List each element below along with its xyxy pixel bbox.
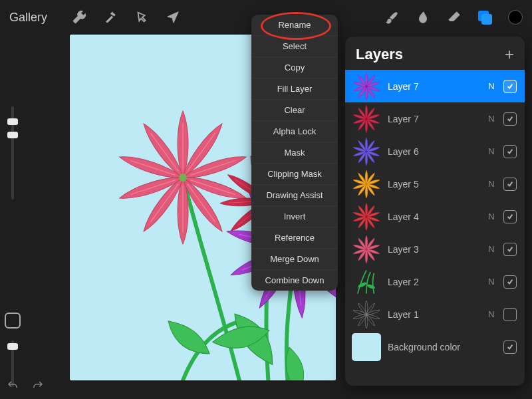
brush-size-slider[interactable]	[11, 106, 14, 200]
svg-point-0	[179, 174, 187, 182]
blend-mode-button[interactable]: N	[486, 244, 497, 254]
blend-mode-button[interactable]: N	[486, 211, 497, 221]
background-layer-row[interactable]: Background color	[345, 331, 525, 363]
wrench-icon[interactable]	[72, 10, 86, 25]
layers-panel: Layers + Layer 7 N Layer 7 N Layer 6 N	[345, 37, 525, 386]
background-label: Background color	[388, 342, 479, 352]
layer-thumbnail	[352, 170, 381, 198]
layer-thumbnail	[352, 72, 381, 100]
blend-mode-button[interactable]: N	[486, 114, 497, 124]
layer-thumbnail	[352, 268, 381, 296]
layer-name: Layer 4	[388, 211, 479, 222]
context-menu-item[interactable]: Drawing Assist	[251, 185, 338, 206]
visibility-checkbox[interactable]	[503, 308, 517, 321]
layer-row[interactable]: Layer 6 N	[345, 135, 525, 168]
svg-point-8	[365, 248, 368, 251]
blend-mode-button[interactable]: N	[486, 179, 497, 189]
layer-thumbnail	[352, 138, 381, 166]
svg-point-5	[365, 150, 368, 153]
layer-name: Layer 7	[388, 114, 479, 124]
context-menu-item[interactable]: Select	[251, 36, 338, 57]
svg-point-4	[365, 118, 368, 120]
visibility-checkbox[interactable]	[503, 80, 517, 93]
background-swatch	[352, 333, 381, 361]
layer-name: Layer 7	[388, 81, 479, 92]
svg-point-7	[365, 215, 368, 218]
blend-mode-button[interactable]: N	[486, 81, 497, 91]
visibility-checkbox[interactable]	[503, 210, 517, 223]
context-menu-item[interactable]: Merge Down	[251, 249, 338, 270]
layer-row[interactable]: Layer 1 N	[345, 298, 525, 331]
layer-row[interactable]: Layer 2 N	[345, 265, 525, 298]
visibility-checkbox[interactable]	[503, 340, 517, 354]
context-menu-item[interactable]: Clear	[251, 100, 338, 121]
context-menu-item[interactable]: Copy	[251, 57, 338, 78]
selection-icon[interactable]	[134, 10, 149, 25]
visibility-checkbox[interactable]	[503, 275, 517, 289]
layer-row[interactable]: Layer 3 N	[345, 233, 525, 265]
modify-square-icon[interactable]	[5, 313, 21, 329]
redo-icon[interactable]	[32, 380, 44, 394]
eraser-icon[interactable]	[447, 10, 462, 25]
svg-point-10	[366, 283, 375, 289]
layer-name: Layer 5	[388, 179, 479, 190]
context-menu-item[interactable]: Mask	[251, 142, 338, 164]
layer-thumbnail	[352, 235, 381, 263]
svg-point-6	[365, 183, 368, 186]
layer-row[interactable]: Layer 5 N	[345, 168, 525, 200]
add-layer-button[interactable]: +	[505, 47, 514, 63]
move-icon[interactable]	[166, 10, 180, 25]
layer-name: Layer 1	[388, 309, 479, 320]
layer-name: Layer 2	[388, 277, 479, 287]
color-chip[interactable]	[508, 10, 523, 25]
context-menu-item[interactable]: Alpha Lock	[251, 121, 338, 142]
context-menu-item[interactable]: Invert	[251, 206, 338, 227]
layer-name: Layer 6	[388, 146, 479, 157]
visibility-checkbox[interactable]	[503, 145, 517, 158]
wand-icon[interactable]	[103, 10, 118, 25]
layers-icon[interactable]	[478, 11, 491, 24]
context-menu-item[interactable]: Fill Layer	[251, 78, 338, 100]
visibility-checkbox[interactable]	[503, 243, 517, 256]
layer-thumbnail	[352, 105, 381, 133]
layer-row[interactable]: Layer 4 N	[345, 200, 525, 233]
blend-mode-button[interactable]: N	[486, 277, 497, 287]
layer-context-menu: RenameSelectCopyFill LayerClearAlpha Loc…	[251, 15, 338, 291]
visibility-checkbox[interactable]	[503, 112, 517, 126]
blend-mode-button[interactable]: N	[486, 309, 497, 319]
context-menu-item[interactable]: Reference	[251, 227, 338, 249]
context-menu-item[interactable]: Clipping Mask	[251, 164, 338, 185]
layer-row[interactable]: Layer 7 N	[345, 70, 525, 102]
gallery-button[interactable]: Gallery	[9, 11, 47, 25]
brush-icon[interactable]	[384, 10, 399, 25]
svg-point-3	[365, 85, 368, 88]
context-menu-item[interactable]: Rename	[251, 15, 338, 36]
undo-icon[interactable]	[7, 380, 19, 394]
layers-panel-title: Layers	[356, 46, 403, 63]
layer-name: Layer 3	[388, 244, 479, 255]
blend-mode-button[interactable]: N	[486, 146, 497, 156]
layer-thumbnail	[352, 203, 381, 231]
left-sidebar	[4, 106, 21, 387]
layer-thumbnail	[352, 301, 381, 329]
context-menu-item[interactable]: Combine Down	[251, 270, 338, 291]
visibility-checkbox[interactable]	[503, 178, 517, 191]
smudge-icon[interactable]	[416, 10, 430, 25]
layer-row[interactable]: Layer 7 N	[345, 102, 525, 135]
